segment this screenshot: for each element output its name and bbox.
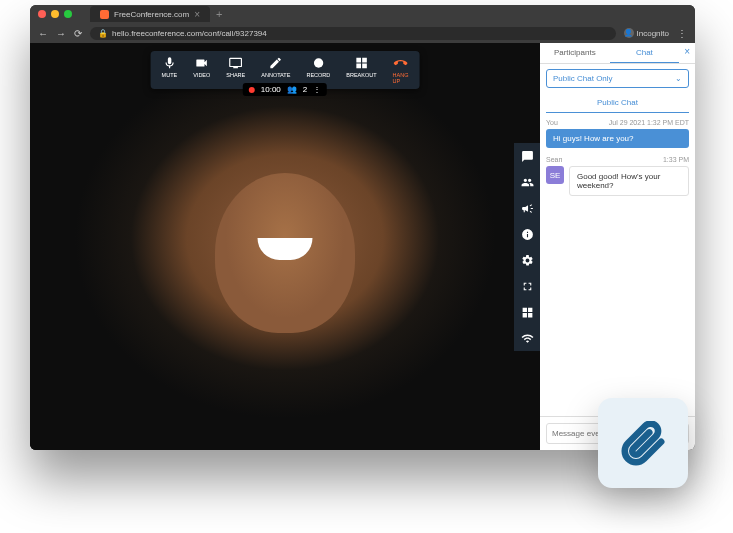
record-button[interactable]: RECORD	[298, 54, 338, 86]
menu-button[interactable]: ⋮	[677, 28, 687, 39]
side-info-button[interactable]	[514, 221, 540, 247]
incognito-icon: 👤	[624, 28, 634, 38]
phone-icon	[393, 56, 407, 70]
paperclip-icon	[621, 421, 666, 466]
chat-scope-dropdown[interactable]: Public Chat Only ⌄	[546, 69, 689, 88]
msg-timestamp: 1:33 PM	[663, 156, 689, 163]
msg-sender: Sean	[546, 156, 562, 163]
elapsed-time: 10:00	[261, 85, 281, 94]
participants-icon: 👥	[287, 85, 297, 94]
share-button[interactable]: SHARE	[218, 54, 253, 86]
chat-tabs: Participants Chat ×	[540, 43, 695, 64]
window-close[interactable]	[38, 10, 46, 18]
message-bubble: Hi guys! How are you?	[546, 129, 689, 148]
rec-dot-icon	[249, 87, 255, 93]
tab-chat[interactable]: Chat	[610, 43, 680, 63]
forward-button[interactable]: →	[56, 28, 66, 39]
message-bubble: Good good! How's your weekend?	[569, 166, 689, 196]
address-bar: ← → ⟳ 🔒 hello.freeconference.com/conf/ca…	[30, 23, 695, 43]
side-layout-button[interactable]	[514, 299, 540, 325]
tab-title: FreeConference.com	[114, 10, 189, 19]
chat-section-header: Public Chat	[546, 93, 689, 113]
tab-close-icon[interactable]: ×	[194, 9, 200, 20]
attachment-card[interactable]	[598, 398, 688, 488]
chevron-down-icon: ⌄	[675, 74, 682, 83]
status-more[interactable]: ⋮	[313, 85, 321, 94]
breakout-button[interactable]: BREAKOUT	[338, 54, 384, 86]
participant-count: 2	[303, 85, 307, 94]
side-fullscreen-button[interactable]	[514, 273, 540, 299]
side-chat-button[interactable]	[514, 143, 540, 169]
side-participants-button[interactable]	[514, 169, 540, 195]
pencil-icon	[269, 56, 283, 70]
annotate-button[interactable]: ANNOTATE	[253, 54, 298, 86]
side-toolbar	[514, 143, 540, 351]
microphone-icon	[162, 56, 176, 70]
url-text: hello.freeconference.com/conf/call/93273…	[112, 29, 267, 38]
side-network-button[interactable]	[514, 325, 540, 351]
msg-timestamp: Jul 29 2021 1:32 PM EDT	[609, 119, 689, 126]
browser-tab[interactable]: FreeConference.com ×	[90, 6, 210, 22]
chat-panel: Participants Chat × Public Chat Only ⌄ P…	[540, 43, 695, 450]
participant-video	[30, 43, 540, 450]
back-button[interactable]: ←	[38, 28, 48, 39]
svg-point-0	[314, 58, 323, 67]
message-group: You Jul 29 2021 1:32 PM EDT Hi guys! How…	[546, 119, 689, 148]
window-minimize[interactable]	[51, 10, 59, 18]
new-tab-button[interactable]: +	[216, 8, 222, 20]
browser-window: FreeConference.com × + ← → ⟳ 🔒 hello.fre…	[30, 5, 695, 450]
video-button[interactable]: VIDEO	[185, 54, 218, 86]
avatar: SE	[546, 166, 564, 184]
msg-sender: You	[546, 119, 558, 126]
side-settings-button[interactable]	[514, 247, 540, 273]
reload-button[interactable]: ⟳	[74, 28, 82, 39]
content: MUTE VIDEO SHARE ANNOTATE RECORD	[30, 43, 695, 450]
camera-icon	[195, 56, 209, 70]
message-group: Sean 1:33 PM SE Good good! How's your we…	[546, 156, 689, 196]
hangup-button[interactable]: HANG UP	[385, 54, 417, 86]
traffic-lights	[38, 10, 72, 18]
titlebar: FreeConference.com × +	[30, 5, 695, 23]
window-maximize[interactable]	[64, 10, 72, 18]
lock-icon: 🔒	[98, 29, 108, 38]
mute-button[interactable]: MUTE	[154, 54, 186, 86]
status-bar: 10:00 👥 2 ⋮	[243, 83, 327, 96]
side-announce-button[interactable]	[514, 195, 540, 221]
favicon-icon	[100, 10, 109, 19]
screen-icon	[229, 56, 243, 70]
record-icon	[311, 56, 325, 70]
close-panel-icon[interactable]: ×	[679, 43, 695, 63]
video-area: MUTE VIDEO SHARE ANNOTATE RECORD	[30, 43, 540, 450]
url-field[interactable]: 🔒 hello.freeconference.com/conf/call/932…	[90, 27, 616, 40]
grid-icon	[354, 56, 368, 70]
incognito-badge: 👤 Incognito	[624, 28, 669, 38]
tab-participants[interactable]: Participants	[540, 43, 610, 63]
chat-messages: You Jul 29 2021 1:32 PM EDT Hi guys! How…	[540, 113, 695, 416]
